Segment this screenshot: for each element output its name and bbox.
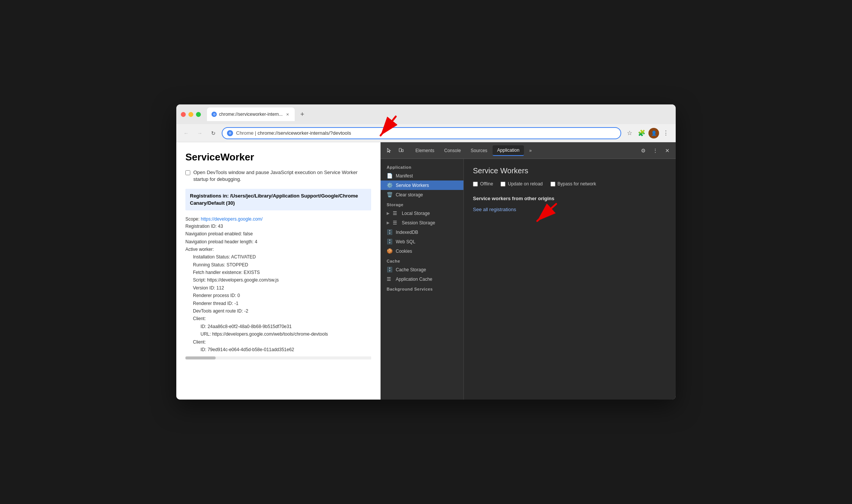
web-sql-icon: 🗄️ — [387, 239, 393, 244]
service-worker-checkboxes: Offline Update on reload Bypass for netw… — [473, 181, 667, 187]
maximize-button[interactable] — [196, 112, 201, 117]
devtools-toolbar-right: ⚙ ⋮ ✕ — [638, 145, 673, 156]
address-path: chrome://serviceworker-internals/?devtoo… — [258, 130, 351, 136]
sidebar-item-cache-storage[interactable]: 🗄️ Cache Storage — [381, 265, 463, 274]
service-workers-label: Service Workers — [396, 183, 429, 188]
sidebar-item-cookies[interactable]: 🍪 Cookies — [381, 246, 463, 256]
offline-checkbox-item: Offline — [473, 181, 493, 187]
nav-actions: ☆ 🧩 👤 ⋮ — [624, 128, 671, 138]
script-line: Script: https://developers.google.com/sw… — [185, 276, 371, 284]
page-scrollbar[interactable] — [185, 356, 371, 359]
bookmark-button[interactable]: ☆ — [624, 128, 635, 138]
indexeddb-icon: 🗄️ — [387, 229, 393, 235]
active-tab[interactable]: ⚙ chrome://serviceworker-intern... ✕ — [207, 107, 295, 121]
web-sql-label: Web SQL — [396, 239, 415, 244]
tab-favicon: ⚙ — [211, 112, 217, 117]
registrations-text: Registrations in: /Users/jec/Library/App… — [190, 193, 367, 206]
update-reload-checkbox-item: Update on reload — [501, 181, 543, 187]
page-content: ServiceWorker Open DevTools window and p… — [176, 142, 381, 400]
see-all-registrations-link[interactable]: See all registrations — [473, 207, 516, 212]
devtools-toolbar: Elements Console Sources Application » ⚙ — [381, 142, 676, 159]
cache-storage-label: Cache Storage — [396, 267, 426, 272]
tab-more[interactable]: » — [525, 146, 536, 156]
nav-preload-header-line: Navigation preload header length: 4 — [185, 238, 371, 246]
device-icon[interactable] — [396, 145, 406, 156]
sidebar-item-manifest[interactable]: 📄 Manifest — [381, 171, 463, 180]
panel-title: Service Workers — [473, 166, 667, 175]
version-id-line: Version ID: 112 — [185, 284, 371, 292]
install-status-line: Installation Status: ACTIVATED — [185, 253, 371, 261]
scope-line: Scope: https://developers.google.com/ — [185, 216, 371, 222]
sidebar-item-clear-storage[interactable]: 🗑️ Clear storage — [381, 190, 463, 199]
inspect-icon[interactable] — [384, 145, 394, 156]
fetch-handler-line: Fetch handler existence: EXISTS — [185, 269, 371, 276]
client-1-label: Client: — [185, 315, 371, 322]
local-storage-icon: ☰ — [393, 210, 399, 216]
close-devtools-icon[interactable]: ✕ — [662, 145, 673, 156]
devtools-tabs: Elements Console Sources Application » — [411, 145, 636, 156]
svg-rect-2 — [402, 149, 403, 152]
sidebar-item-application-cache[interactable]: ☰ Application Cache — [381, 274, 463, 284]
sidebar-item-indexeddb[interactable]: 🗄️ IndexedDB — [381, 227, 463, 237]
update-reload-checkbox[interactable] — [501, 182, 505, 187]
new-tab-button[interactable]: + — [297, 109, 308, 120]
tab-application[interactable]: Application — [493, 145, 524, 156]
cookies-label: Cookies — [396, 249, 412, 254]
close-button[interactable] — [181, 112, 186, 117]
tab-close-button[interactable]: ✕ — [285, 112, 290, 117]
application-section-label: Application — [381, 162, 463, 171]
tab-console[interactable]: Console — [440, 146, 465, 156]
address-text: Chrome | chrome://serviceworker-internal… — [236, 130, 351, 136]
active-worker-line: Active worker: — [185, 246, 371, 253]
storage-section-label: Storage — [381, 199, 463, 208]
scope-url[interactable]: https://developers.google.com/ — [201, 216, 263, 222]
clear-storage-label: Clear storage — [396, 192, 423, 198]
browser-window: ⚙ chrome://serviceworker-intern... ✕ + ←… — [176, 104, 676, 400]
reg-id-line: Registration ID: 43 — [185, 222, 371, 230]
sidebar-item-web-sql[interactable]: 🗄️ Web SQL — [381, 237, 463, 246]
site-favicon: ⚙ — [227, 130, 233, 136]
bypass-network-checkbox[interactable] — [550, 182, 555, 187]
see-all-registrations-wrapper: See all registrations — [473, 206, 516, 213]
offline-checkbox[interactable] — [473, 182, 478, 187]
indexeddb-label: IndexedDB — [396, 230, 418, 235]
reload-button[interactable]: ↻ — [208, 128, 219, 138]
local-storage-expand-icon: ▶ — [387, 211, 390, 215]
client-2-id: ID: 79ed914c-e064-4d5d-b58e-011add351e62 — [185, 346, 371, 353]
back-button[interactable]: ← — [181, 128, 191, 138]
manifest-icon: 📄 — [387, 173, 393, 179]
update-reload-label: Update on reload — [508, 181, 543, 187]
application-cache-icon: ☰ — [387, 276, 393, 282]
renderer-thread-line: Renderer thread ID: -1 — [185, 300, 371, 307]
tab-sources[interactable]: Sources — [466, 146, 492, 156]
menu-button[interactable]: ⋮ — [661, 128, 671, 138]
devtools-route-line: DevTools agent route ID: -2 — [185, 307, 371, 315]
local-storage-label: Local Storage — [402, 211, 430, 216]
manifest-label: Manifest — [396, 173, 413, 179]
registrations-box: Registrations in: /Users/jec/Library/App… — [185, 189, 371, 210]
client-1-id: ID: 24aa86c8-e0f2-48a0-8b68-9b515df70e31 — [185, 323, 371, 330]
devtools-body: Application 📄 Manifest ⚙️ Service Worker… — [381, 159, 676, 400]
page-title: ServiceWorker — [185, 151, 371, 163]
sidebar-item-service-workers[interactable]: ⚙️ Service Workers — [381, 180, 463, 190]
forward-button[interactable]: → — [194, 128, 205, 138]
page-scrollbar-thumb[interactable] — [185, 356, 216, 359]
address-origin: Chrome | — [236, 130, 258, 136]
title-bar: ⚙ chrome://serviceworker-intern... ✕ + — [176, 104, 676, 124]
profile-button[interactable]: 👤 — [648, 128, 659, 138]
address-bar[interactable]: ⚙ Chrome | chrome://serviceworker-intern… — [222, 127, 621, 139]
sidebar-item-session-storage[interactable]: ▶ ☰ Session Storage — [381, 218, 463, 227]
extensions-button[interactable]: 🧩 — [636, 128, 647, 138]
nav-preload-line: Navigation preload enabled: false — [185, 230, 371, 238]
settings-icon[interactable]: ⚙ — [638, 145, 648, 156]
tab-elements[interactable]: Elements — [411, 146, 439, 156]
minimize-button[interactable] — [188, 112, 193, 117]
background-section-label: Background Services — [381, 284, 463, 293]
client-1-url: URL: https://developers.google.com/web/t… — [185, 330, 371, 338]
svg-rect-1 — [399, 148, 401, 152]
renderer-process-line: Renderer process ID: 0 — [185, 292, 371, 299]
debug-checkbox[interactable] — [185, 170, 190, 175]
service-workers-icon: ⚙️ — [387, 182, 393, 188]
more-options-icon[interactable]: ⋮ — [650, 145, 661, 156]
sidebar-item-local-storage[interactable]: ▶ ☰ Local Storage — [381, 208, 463, 218]
